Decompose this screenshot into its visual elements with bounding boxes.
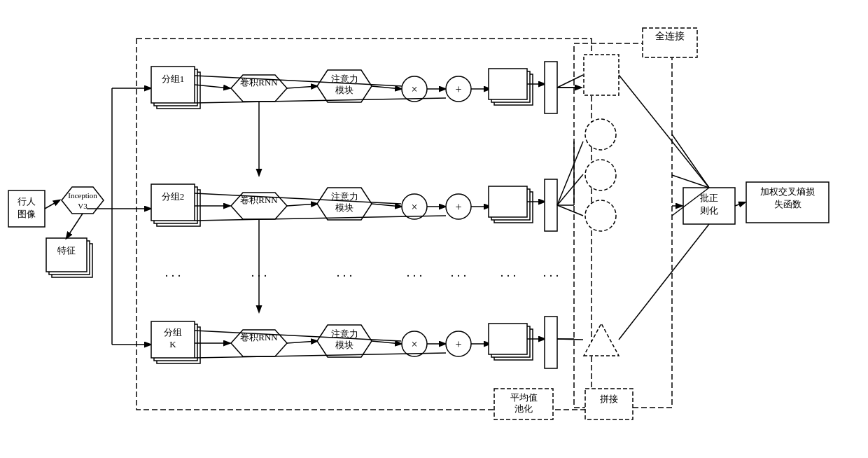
svg-text:模块: 模块 bbox=[335, 340, 354, 350]
svg-text:池化: 池化 bbox=[514, 403, 533, 414]
svg-text:+: + bbox=[455, 201, 461, 213]
svg-marker-114 bbox=[584, 324, 619, 356]
svg-rect-96 bbox=[545, 62, 557, 113]
svg-line-141 bbox=[557, 339, 583, 340]
svg-text:模块: 模块 bbox=[335, 202, 354, 213]
svg-line-12 bbox=[66, 214, 83, 238]
svg-text:×: × bbox=[411, 338, 417, 350]
svg-text:模块: 模块 bbox=[335, 85, 354, 95]
svg-text:平均值: 平均值 bbox=[510, 392, 538, 403]
svg-line-146 bbox=[619, 224, 709, 340]
svg-text:+: + bbox=[455, 83, 461, 95]
svg-text:图像: 图像 bbox=[18, 209, 36, 219]
svg-line-138 bbox=[557, 141, 583, 205]
svg-text:K: K bbox=[169, 339, 176, 349]
svg-rect-25 bbox=[151, 184, 195, 221]
svg-rect-21 bbox=[151, 67, 195, 103]
svg-text:· · ·: · · · bbox=[251, 269, 267, 283]
svg-text:拼接: 拼接 bbox=[600, 394, 618, 404]
svg-rect-110 bbox=[584, 55, 619, 95]
svg-text:V3: V3 bbox=[78, 202, 88, 210]
svg-text:· · ·: · · · bbox=[451, 269, 467, 283]
svg-text:全连接: 全连接 bbox=[655, 31, 685, 41]
diagram-svg: 行人 图像 Inception V3 特征 分组1 bbox=[0, 0, 868, 458]
svg-line-139 bbox=[557, 174, 583, 205]
svg-line-63 bbox=[372, 341, 401, 344]
svg-rect-94 bbox=[489, 324, 527, 354]
svg-line-142 bbox=[672, 134, 709, 188]
svg-text:批正: 批正 bbox=[700, 193, 718, 203]
svg-text:分组: 分组 bbox=[164, 327, 182, 338]
svg-text:加权交叉熵损: 加权交叉熵损 bbox=[760, 186, 815, 197]
svg-line-127 bbox=[735, 202, 745, 206]
svg-text:行人: 行人 bbox=[18, 196, 36, 207]
svg-line-62 bbox=[195, 331, 401, 341]
svg-rect-100 bbox=[545, 317, 557, 368]
svg-line-61 bbox=[372, 204, 401, 207]
svg-line-59 bbox=[372, 86, 401, 89]
svg-line-58 bbox=[195, 76, 402, 86]
svg-text:则化: 则化 bbox=[700, 205, 718, 216]
svg-text:· · ·: · · · bbox=[500, 269, 517, 283]
svg-text:· · ·: · · · bbox=[337, 269, 353, 283]
svg-line-48 bbox=[287, 341, 317, 343]
svg-text:分组1: 分组1 bbox=[162, 74, 185, 84]
svg-line-11 bbox=[45, 200, 59, 209]
svg-text:特征: 特征 bbox=[57, 245, 76, 256]
svg-text:· · ·: · · · bbox=[165, 269, 181, 283]
svg-point-113 bbox=[585, 200, 616, 231]
svg-text:+: + bbox=[455, 338, 461, 350]
svg-line-145 bbox=[619, 75, 709, 188]
svg-text:分组2: 分组2 bbox=[162, 191, 185, 202]
svg-text:Inception: Inception bbox=[68, 191, 97, 200]
svg-text:×: × bbox=[411, 83, 417, 95]
svg-text:失函数: 失函数 bbox=[774, 199, 802, 209]
svg-rect-91 bbox=[489, 186, 527, 217]
svg-point-112 bbox=[585, 160, 616, 190]
svg-point-111 bbox=[585, 119, 616, 150]
svg-text:· · ·: · · · bbox=[543, 269, 559, 283]
svg-text:×: × bbox=[411, 201, 417, 213]
diagram-container: 行人 图像 Inception V3 特征 分组1 bbox=[0, 0, 868, 458]
svg-text:· · ·: · · · bbox=[407, 269, 423, 283]
svg-rect-88 bbox=[489, 69, 527, 99]
svg-rect-98 bbox=[545, 179, 557, 231]
svg-line-60 bbox=[195, 193, 401, 204]
svg-line-47 bbox=[287, 204, 317, 206]
svg-line-137 bbox=[557, 75, 583, 88]
svg-line-140 bbox=[557, 205, 583, 216]
